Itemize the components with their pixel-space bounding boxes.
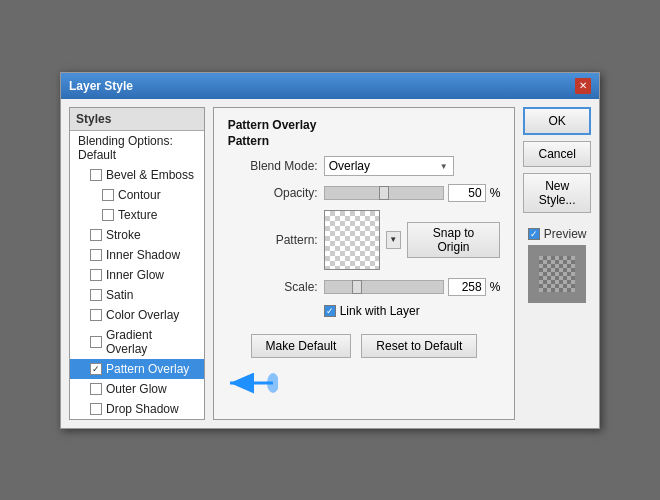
cancel-button[interactable]: Cancel [523, 141, 591, 167]
sidebar-item-texture[interactable]: Texture [70, 205, 204, 225]
preview-area: Preview [523, 227, 591, 303]
scale-label: Scale: [228, 280, 318, 294]
sub-section-title: Pattern [228, 134, 501, 148]
outer-glow-checkbox[interactable] [90, 383, 102, 395]
pattern-overlay-label: Pattern Overlay [106, 362, 189, 376]
inner-glow-checkbox[interactable] [90, 269, 102, 281]
sidebar-item-satin[interactable]: Satin [70, 285, 204, 305]
dialog-title: Layer Style [69, 79, 133, 93]
right-panel: OK Cancel New Style... Preview [523, 107, 591, 420]
inner-shadow-checkbox[interactable] [90, 249, 102, 261]
scale-input[interactable] [448, 278, 486, 296]
sidebar-item-stroke[interactable]: Stroke [70, 225, 204, 245]
left-panel: Styles Blending Options: Default Bevel &… [69, 107, 205, 420]
blend-mode-select-wrapper: Overlay Normal Multiply Screen [324, 156, 454, 176]
styles-header: Styles [70, 108, 204, 131]
opacity-input[interactable] [448, 184, 486, 202]
preview-box [528, 245, 586, 303]
link-with-layer-label: Link with Layer [340, 304, 420, 318]
link-with-layer-checkbox[interactable] [324, 305, 336, 317]
sidebar-item-drop-shadow[interactable]: Drop Shadow [70, 399, 204, 419]
close-button[interactable]: ✕ [575, 78, 591, 94]
opacity-slider[interactable] [324, 186, 444, 200]
color-overlay-label: Color Overlay [106, 308, 179, 322]
contour-checkbox[interactable] [102, 189, 114, 201]
opacity-slider-container: % [324, 184, 501, 202]
pattern-row: Pattern: ▼ Snap to Origin [228, 210, 501, 270]
opacity-unit: % [490, 186, 501, 200]
sidebar-item-contour[interactable]: Contour [70, 185, 204, 205]
preview-checkbox[interactable] [528, 228, 540, 240]
sidebar-item-inner-glow[interactable]: Inner Glow [70, 265, 204, 285]
stroke-checkbox[interactable] [90, 229, 102, 241]
preview-label: Preview [528, 227, 587, 241]
link-with-layer-row: Link with Layer [324, 304, 501, 318]
title-bar: Layer Style ✕ [61, 73, 599, 99]
satin-label: Satin [106, 288, 133, 302]
pattern-swatch[interactable] [324, 210, 380, 270]
pattern-overlay-checkbox[interactable]: ✓ [90, 363, 102, 375]
bevel-emboss-label: Bevel & Emboss [106, 168, 194, 182]
gradient-overlay-checkbox[interactable] [90, 336, 102, 348]
snap-to-origin-button[interactable]: Snap to Origin [407, 222, 501, 258]
opacity-label: Opacity: [228, 186, 318, 200]
preview-inner [539, 256, 575, 292]
pattern-dropdown-arrow[interactable]: ▼ [386, 231, 401, 249]
preview-text: Preview [544, 227, 587, 241]
drop-shadow-checkbox[interactable] [90, 403, 102, 415]
blend-mode-select[interactable]: Overlay Normal Multiply Screen [324, 156, 454, 176]
drop-shadow-label: Drop Shadow [106, 402, 179, 416]
color-overlay-checkbox[interactable] [90, 309, 102, 321]
gradient-overlay-label: Gradient Overlay [106, 328, 196, 356]
contour-label: Contour [118, 188, 161, 202]
blending-options-label: Blending Options: Default [78, 134, 196, 162]
new-style-button[interactable]: New Style... [523, 173, 591, 213]
inner-glow-label: Inner Glow [106, 268, 164, 282]
pattern-label: Pattern: [228, 233, 318, 247]
blend-mode-row: Blend Mode: Overlay Normal Multiply Scre… [228, 156, 501, 176]
pattern-controls: ▼ Snap to Origin [324, 210, 501, 270]
bevel-emboss-checkbox[interactable] [90, 169, 102, 181]
middle-panel: Pattern Overlay Pattern Blend Mode: Over… [213, 107, 516, 420]
scale-slider-container: % [324, 278, 501, 296]
satin-checkbox[interactable] [90, 289, 102, 301]
scale-unit: % [490, 280, 501, 294]
texture-checkbox[interactable] [102, 209, 114, 221]
opacity-row: Opacity: % [228, 184, 501, 202]
sidebar-item-color-overlay[interactable]: Color Overlay [70, 305, 204, 325]
sidebar-item-pattern-overlay[interactable]: ✓ Pattern Overlay [70, 359, 204, 379]
bottom-buttons: Make Default Reset to Default [228, 334, 501, 358]
section-title: Pattern Overlay [228, 118, 501, 132]
reset-default-button[interactable]: Reset to Default [361, 334, 477, 358]
sidebar-item-blending-options[interactable]: Blending Options: Default [70, 131, 204, 165]
stroke-label: Stroke [106, 228, 141, 242]
outer-glow-label: Outer Glow [106, 382, 167, 396]
ok-button[interactable]: OK [523, 107, 591, 135]
sidebar-item-inner-shadow[interactable]: Inner Shadow [70, 245, 204, 265]
layer-style-dialog: Layer Style ✕ Styles Blending Options: D… [60, 72, 600, 429]
inner-shadow-label: Inner Shadow [106, 248, 180, 262]
scale-slider[interactable] [324, 280, 444, 294]
make-default-button[interactable]: Make Default [251, 334, 352, 358]
blend-mode-label: Blend Mode: [228, 159, 318, 173]
sidebar-item-outer-glow[interactable]: Outer Glow [70, 379, 204, 399]
scale-row: Scale: % [228, 278, 501, 296]
sidebar-item-gradient-overlay[interactable]: Gradient Overlay [70, 325, 204, 359]
sidebar-item-bevel-emboss[interactable]: Bevel & Emboss [70, 165, 204, 185]
dialog-body: Styles Blending Options: Default Bevel &… [61, 99, 599, 428]
texture-label: Texture [118, 208, 157, 222]
